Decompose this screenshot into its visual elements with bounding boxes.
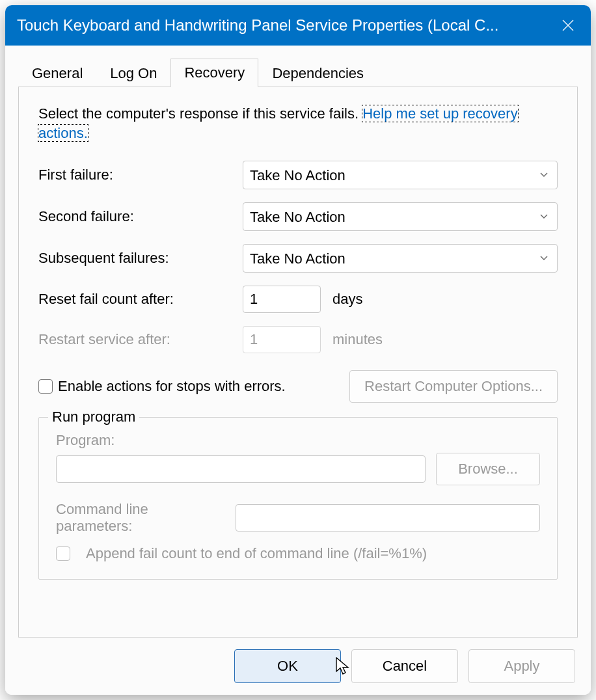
tab-dependencies[interactable]: Dependencies bbox=[258, 59, 377, 87]
days-unit: days bbox=[332, 291, 362, 308]
run-program-legend: Run program bbox=[48, 409, 139, 425]
tab-log-on[interactable]: Log On bbox=[96, 59, 170, 87]
enable-actions-label: Enable actions for stops with errors. bbox=[58, 378, 286, 395]
titlebar: Touch Keyboard and Handwriting Panel Ser… bbox=[5, 5, 591, 46]
ok-button[interactable]: OK bbox=[234, 649, 341, 683]
service-properties-dialog: Touch Keyboard and Handwriting Panel Ser… bbox=[5, 5, 591, 695]
subsequent-failures-label: Subsequent failures: bbox=[38, 250, 234, 267]
dialog-content: General Log On Recovery Dependencies Sel… bbox=[5, 46, 591, 695]
cmd-params-label: Command line parameters: bbox=[56, 501, 225, 535]
second-failure-label: Second failure: bbox=[38, 208, 234, 225]
append-fail-count-label: Append fail count to end of command line… bbox=[86, 545, 427, 562]
first-failure-label: First failure: bbox=[38, 167, 234, 183]
cmd-params-input bbox=[236, 504, 540, 532]
restart-minutes-input bbox=[243, 326, 321, 353]
intro-text: Select the computer's response if this s… bbox=[38, 104, 558, 142]
reset-days-input[interactable] bbox=[243, 286, 321, 313]
tabstrip: General Log On Recovery Dependencies bbox=[5, 46, 591, 87]
subsequent-failures-select[interactable]: Take No Action bbox=[243, 244, 558, 273]
close-icon bbox=[562, 19, 575, 32]
second-failure-select[interactable]: Take No Action bbox=[243, 202, 558, 231]
first-failure-select[interactable]: Take No Action bbox=[243, 161, 558, 189]
enable-actions-checkbox[interactable] bbox=[38, 379, 53, 394]
restart-after-label: Restart service after: bbox=[38, 331, 234, 348]
browse-button: Browse... bbox=[436, 453, 540, 485]
program-label: Program: bbox=[56, 432, 540, 449]
cancel-button[interactable]: Cancel bbox=[351, 649, 458, 683]
close-button[interactable] bbox=[545, 5, 591, 46]
tab-recovery[interactable]: Recovery bbox=[170, 59, 258, 87]
reset-after-label: Reset fail count after: bbox=[38, 291, 234, 308]
window-title: Touch Keyboard and Handwriting Panel Ser… bbox=[17, 16, 545, 34]
tab-general[interactable]: General bbox=[18, 59, 96, 87]
append-fail-count-checkbox bbox=[56, 546, 70, 561]
intro-label: Select the computer's response if this s… bbox=[38, 105, 359, 122]
recovery-panel: Select the computer's response if this s… bbox=[18, 87, 578, 638]
program-path-input bbox=[56, 455, 426, 483]
restart-computer-options-button: Restart Computer Options... bbox=[349, 370, 558, 403]
apply-button: Apply bbox=[468, 649, 575, 683]
dialog-footer: OK Cancel Apply bbox=[5, 638, 591, 695]
run-program-group: Run program Program: Browse... Command l… bbox=[38, 417, 558, 580]
minutes-unit: minutes bbox=[332, 331, 383, 348]
